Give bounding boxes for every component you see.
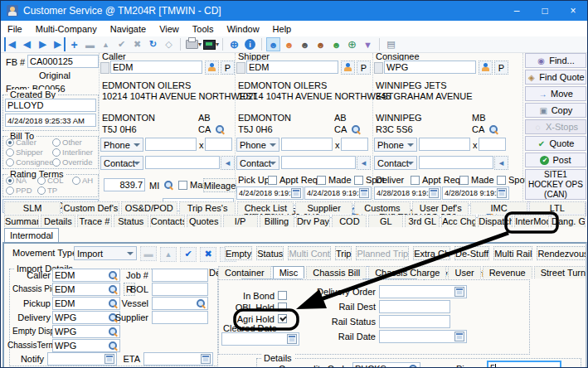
subtab-user[interactable]: User: [448, 266, 480, 278]
copy-button[interactable]: ▣Copy: [525, 103, 586, 118]
rating-ppd-radio[interactable]: [6, 186, 14, 195]
tab-dispatch[interactable]: Dispatch: [478, 215, 513, 227]
rail-date-input[interactable]: [379, 330, 467, 343]
tab-check-list[interactable]: Check List: [237, 201, 294, 214]
deliver-spot-checkbox[interactable]: [497, 176, 506, 185]
tab-trip-ress[interactable]: Trip Res's: [179, 201, 236, 214]
bill-to-override-radio[interactable]: [52, 158, 61, 167]
calendar-icon[interactable]: [429, 188, 439, 198]
consignee-code-input[interactable]: WPG: [384, 61, 476, 74]
quote-button[interactable]: ✔Quote: [525, 136, 586, 151]
rendezvous-button[interactable]: Rendezvous: [537, 246, 587, 260]
caller-profile-button[interactable]: P: [221, 61, 235, 75]
im-empty-disp-input[interactable]: WPG: [52, 325, 120, 338]
move-button[interactable]: →Move: [525, 86, 586, 101]
shipper-contact-input[interactable]: [281, 156, 356, 169]
up-icon[interactable]: ▲: [160, 247, 177, 262]
agri-hold-checkbox[interactable]: [278, 314, 287, 323]
extra-ch-button[interactable]: Extra Ch: [413, 246, 450, 260]
tab-custom-defs[interactable]: Custom Def's: [62, 201, 119, 214]
caller-company-button[interactable]: [205, 61, 219, 75]
tab-user-defs[interactable]: User Def's: [412, 201, 469, 214]
miles-input[interactable]: 839.7: [104, 178, 145, 191]
find-quote-button[interactable]: ◈Find Quote: [525, 70, 586, 85]
calendar-icon[interactable]: [454, 332, 464, 341]
deliver-made-checkbox[interactable]: [459, 176, 469, 185]
tab-3rd-gl[interactable]: 3rd GL: [405, 215, 440, 227]
notify-input[interactable]: [47, 352, 117, 366]
caller-contact-select[interactable]: Contact: [100, 156, 143, 170]
job-number-input[interactable]: [152, 269, 208, 282]
de-stuff-button[interactable]: De-Stuff: [454, 246, 489, 260]
created-by-user[interactable]: PLLOYD: [5, 99, 96, 112]
shipper-profile-button[interactable]: P: [357, 61, 371, 75]
consignee-phone-select[interactable]: Phone: [374, 138, 417, 152]
calendar-icon[interactable]: [359, 188, 369, 198]
rating-na-radio[interactable]: [6, 177, 14, 185]
consignee-company-button[interactable]: [479, 61, 493, 75]
rating-col-radio[interactable]: [37, 177, 46, 185]
filter-icon[interactable]: ▼: [361, 37, 375, 51]
shipper-phone-select[interactable]: Phone: [236, 138, 279, 152]
menu-tools[interactable]: Tools: [186, 24, 221, 34]
caller-phone-input[interactable]: [145, 138, 197, 151]
calendar-icon[interactable]: [104, 354, 114, 364]
lookup-icon[interactable]: [108, 341, 118, 351]
consignee-contact-lookup-button[interactable]: ◂: [494, 156, 508, 170]
tab-ltl[interactable]: LTL: [529, 201, 586, 214]
globe-icon[interactable]: ⊕: [345, 37, 359, 51]
dispatch-user-icon[interactable]: ☻: [298, 37, 312, 51]
shipper-ext-input[interactable]: [341, 138, 368, 151]
caller-phone-select[interactable]: Phone: [100, 138, 143, 152]
tab-slm[interactable]: SLM: [4, 201, 61, 214]
tab-dang-goods[interactable]: Dang. Goods: [551, 215, 586, 227]
maximize-icon[interactable]: □: [531, 1, 559, 21]
deliver-appt-req-checkbox[interactable]: [411, 176, 420, 185]
rail-status-input[interactable]: [379, 315, 450, 328]
menu-view[interactable]: View: [153, 24, 186, 34]
tab-status[interactable]: Status: [114, 215, 148, 227]
consignee-map-icon[interactable]: [488, 124, 498, 134]
caller-code-input[interactable]: EDM: [110, 61, 202, 74]
tab-supplier[interactable]: Supplier: [295, 201, 352, 214]
calendar-icon[interactable]: [287, 334, 297, 344]
minimize-icon[interactable]: –: [503, 1, 531, 21]
tab-summary[interactable]: Summary: [4, 215, 39, 227]
delete-record-icon[interactable]: ▬: [83, 37, 97, 51]
calendar-icon[interactable]: [454, 287, 464, 297]
supplier-input[interactable]: [152, 311, 208, 324]
manual-miles-checkbox[interactable]: [178, 181, 187, 190]
created-by-timestamp[interactable]: 4/24/2018 9:25:33 AM: [5, 114, 96, 127]
tab-details[interactable]: Details: [41, 215, 75, 227]
commodity-code-input[interactable]: PUCKS: [352, 362, 420, 368]
shipper-company-button[interactable]: [341, 61, 355, 75]
consignee-profile-button[interactable]: P: [494, 61, 508, 75]
rail-dest-input[interactable]: [379, 300, 450, 313]
shipper-map-icon[interactable]: [351, 124, 361, 134]
shipper-contact-select[interactable]: Contact: [236, 156, 279, 170]
consignee-phone-input[interactable]: [419, 138, 470, 151]
calendar-icon[interactable]: [497, 188, 507, 198]
subtab-street-turn-history[interactable]: Street Turn History: [534, 266, 587, 278]
cancel-icon[interactable]: ✖: [130, 37, 144, 51]
bol-input[interactable]: [152, 283, 208, 296]
confirm-icon[interactable]: ✔: [114, 37, 129, 51]
bill-to-caller-radio[interactable]: [6, 138, 14, 147]
tab-ip[interactable]: I/P: [223, 215, 258, 227]
rating-tp-radio[interactable]: [37, 186, 46, 195]
tab-imc[interactable]: IMC: [470, 201, 527, 214]
driver-icon[interactable]: ☻: [313, 37, 328, 51]
close-icon[interactable]: ×: [559, 1, 587, 21]
confirm-icon[interactable]: ✔: [180, 247, 197, 262]
lookup-icon[interactable]: [108, 327, 118, 337]
up-icon[interactable]: ▲: [99, 37, 113, 51]
tab-billing[interactable]: Billing: [260, 215, 294, 227]
rating-ah-radio[interactable]: [72, 177, 80, 185]
tab-drv-pay[interactable]: Drv Pay: [296, 215, 331, 227]
miles-lookup-icon[interactable]: [163, 180, 173, 190]
tab-trace[interactable]: Trace #: [77, 215, 112, 227]
delivery-order-input[interactable]: [379, 285, 467, 298]
pieces-input[interactable]: 5: [487, 361, 561, 368]
menu-window[interactable]: Window: [220, 24, 265, 34]
web-icon[interactable]: ⊕: [227, 37, 241, 51]
